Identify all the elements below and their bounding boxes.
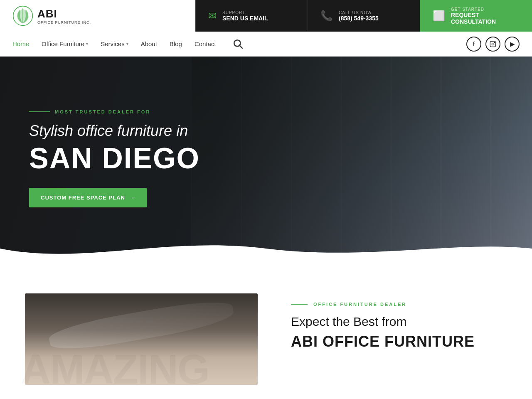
hero-city: SAN DIEGO bbox=[29, 144, 200, 173]
svg-rect-3 bbox=[490, 41, 495, 47]
nav-contact-label: Contact bbox=[195, 40, 216, 47]
svg-rect-6 bbox=[25, 293, 258, 385]
hero-section: MOST TRUSTED DEALER FOR Stylish office f… bbox=[0, 57, 532, 260]
svg-point-10 bbox=[91, 310, 191, 343]
svg-point-5 bbox=[494, 42, 495, 42]
nav-links: Home Office Furniture ▾ Services ▾ About… bbox=[12, 39, 466, 49]
nav-services[interactable]: Services ▾ bbox=[101, 40, 128, 47]
nav-home[interactable]: Home bbox=[12, 40, 29, 47]
nav-blog[interactable]: Blog bbox=[170, 40, 182, 47]
hero-wave bbox=[0, 232, 532, 260]
nav-home-label: Home bbox=[12, 40, 29, 47]
nav-office-furniture[interactable]: Office Furniture ▾ bbox=[42, 40, 88, 47]
email-icon: ✉ bbox=[208, 10, 217, 22]
section-tagline-line: OFFICE FURNITURE DEALER bbox=[291, 302, 507, 307]
logo: ABI OFFICE FURNITURE INC. bbox=[12, 5, 91, 26]
logo-icon bbox=[12, 5, 33, 26]
services-chevron: ▾ bbox=[126, 42, 128, 46]
svg-point-4 bbox=[492, 43, 494, 45]
phone-icon: 📞 bbox=[320, 10, 333, 22]
cta-value: REQUEST CONSULTATION bbox=[451, 12, 520, 25]
lower-image bbox=[25, 293, 258, 385]
cta-label: GET STARTED bbox=[451, 7, 520, 12]
cta-contact[interactable]: ⬜ GET STARTED REQUEST CONSULTATION bbox=[420, 0, 532, 32]
phone-contact[interactable]: 📞 CALL US NOW (858) 549-3355 bbox=[308, 0, 420, 32]
section-tagline: OFFICE FURNITURE DEALER bbox=[313, 302, 406, 307]
nav-about-label: About bbox=[141, 40, 157, 47]
section-dash bbox=[291, 304, 308, 305]
nav-office-furniture-label: Office Furniture bbox=[42, 40, 84, 47]
hero-cta-label: CUSTOM FREE SPACE PLAN bbox=[41, 195, 125, 201]
lower-section: OFFICE FURNITURE DEALER Expect the Best … bbox=[0, 260, 532, 399]
email-label: SUPPORT bbox=[222, 10, 268, 15]
logo-subtitle: OFFICE FURNITURE INC. bbox=[37, 20, 91, 25]
consultation-icon: ⬜ bbox=[433, 10, 445, 22]
instagram-button[interactable] bbox=[485, 37, 500, 52]
email-value: SEND US EMAIL bbox=[222, 15, 268, 22]
phone-info: CALL US NOW (858) 549-3355 bbox=[339, 10, 379, 22]
nav-about[interactable]: About bbox=[141, 40, 157, 47]
email-info: SUPPORT SEND US EMAIL bbox=[222, 10, 268, 22]
hero-subtitle: Stylish office furniture in bbox=[29, 122, 200, 140]
hero-cta-arrow: → bbox=[129, 195, 135, 201]
email-contact[interactable]: ✉ SUPPORT SEND US EMAIL bbox=[195, 0, 308, 32]
nav-services-label: Services bbox=[101, 40, 125, 47]
nav-blog-label: Blog bbox=[170, 40, 182, 47]
tagline-dash bbox=[29, 111, 50, 112]
top-contacts: ✉ SUPPORT SEND US EMAIL 📞 CALL US NOW (8… bbox=[195, 0, 532, 32]
search-icon[interactable] bbox=[233, 39, 244, 49]
hero-content: MOST TRUSTED DEALER FOR Stylish office f… bbox=[0, 109, 229, 207]
svg-line-2 bbox=[239, 45, 242, 48]
svg-point-1 bbox=[234, 40, 240, 46]
nav-contact[interactable]: Contact bbox=[195, 40, 216, 47]
logo-area: ABI OFFICE FURNITURE INC. bbox=[0, 0, 195, 32]
youtube-button[interactable]: ▶ bbox=[505, 37, 520, 52]
hero-tagline: MOST TRUSTED DEALER FOR bbox=[55, 109, 150, 114]
hero-cta-button[interactable]: CUSTOM FREE SPACE PLAN → bbox=[29, 188, 147, 207]
phone-value: (858) 549-3355 bbox=[339, 15, 379, 22]
section-title-bold: ABI OFFICE FURNITURE bbox=[291, 333, 507, 350]
logo-name: ABI bbox=[37, 7, 57, 20]
section-title: Expect the Best from bbox=[291, 313, 507, 330]
svg-rect-9 bbox=[25, 356, 258, 385]
office-furniture-chevron: ▾ bbox=[86, 42, 88, 46]
facebook-button[interactable]: f bbox=[466, 37, 481, 52]
hero-tagline-container: MOST TRUSTED DEALER FOR bbox=[29, 109, 200, 114]
nav-bar: Home Office Furniture ▾ Services ▾ About… bbox=[0, 32, 532, 57]
logo-text-block: ABI OFFICE FURNITURE INC. bbox=[37, 7, 91, 25]
nav-socials: f ▶ bbox=[466, 37, 520, 52]
phone-label: CALL US NOW bbox=[339, 10, 379, 15]
cta-info: GET STARTED REQUEST CONSULTATION bbox=[451, 7, 520, 25]
top-bar: ABI OFFICE FURNITURE INC. ✉ SUPPORT SEND… bbox=[0, 0, 532, 32]
lower-text: OFFICE FURNITURE DEALER Expect the Best … bbox=[291, 293, 507, 385]
